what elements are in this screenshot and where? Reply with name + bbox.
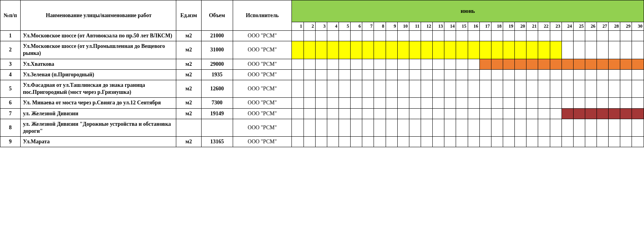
gantt-cell [562, 69, 573, 80]
gantt-cell [620, 108, 632, 119]
gantt-cell [315, 137, 327, 147]
gantt-cell [444, 80, 456, 97]
row-executor: ООО "РСМ" [233, 31, 292, 41]
gantt-cell [526, 98, 538, 108]
day-header-22: 22 [538, 22, 550, 31]
gantt-cell [538, 69, 550, 80]
gantt-cell [620, 41, 632, 59]
gantt-cell [292, 31, 304, 41]
gantt-cell [550, 119, 562, 136]
gantt-cell [526, 80, 538, 97]
row-name: Ул.Марата [20, 137, 176, 147]
gantt-cell [585, 59, 597, 69]
gantt-cell [585, 41, 597, 59]
row-volume: 21000 [201, 31, 233, 41]
day-header-17: 17 [479, 22, 491, 31]
gantt-cell [386, 137, 397, 147]
gantt-cell [386, 31, 397, 41]
gantt-cell [479, 31, 491, 41]
gantt-cell [491, 59, 503, 69]
gantt-cell [421, 80, 432, 97]
day-header-18: 18 [491, 22, 503, 31]
gantt-cell [397, 119, 409, 136]
gantt-cell [632, 98, 644, 108]
day-header-21: 21 [526, 22, 538, 31]
gantt-cell [562, 119, 573, 136]
gantt-cell [573, 80, 585, 97]
gantt-cell [339, 59, 350, 69]
row-name: Ул.Московское шоссе (от Автовокзала по п… [20, 31, 176, 41]
gantt-cell [444, 59, 456, 69]
gantt-cell [538, 59, 550, 69]
row-name: Ул.Фасадная от ул.Ташлинская до знака гр… [20, 80, 176, 97]
gantt-cell [351, 137, 362, 147]
gantt-cell [515, 137, 526, 147]
gantt-cell [315, 41, 327, 59]
table-row: 1Ул.Московское шоссе (от Автовокзала по … [0, 31, 644, 41]
header-row-1: №п/п Наименование улицы/наименование раб… [0, 0, 644, 22]
gantt-cell [339, 98, 350, 108]
gantt-cell [609, 69, 620, 80]
gantt-cell [620, 31, 632, 41]
table-row: 4Ул.Зеленая (п.Пригородный)м21935ООО "РС… [0, 69, 644, 80]
gantt-cell [609, 98, 620, 108]
gantt-cell [468, 137, 479, 147]
gantt-cell [444, 137, 456, 147]
gantt-cell [550, 41, 562, 59]
gantt-cell [315, 119, 327, 136]
row-name: Ул.Зеленая (п.Пригородный) [20, 69, 176, 80]
gantt-cell [550, 69, 562, 80]
gantt-cell [491, 69, 503, 80]
gantt-cell [456, 98, 468, 108]
gantt-cell [386, 119, 397, 136]
gantt-cell [468, 98, 479, 108]
gantt-cell [468, 31, 479, 41]
gantt-cell [421, 41, 432, 59]
gantt-cell [456, 69, 468, 80]
gantt-cell [468, 119, 479, 136]
gantt-cell [362, 119, 374, 136]
gantt-cell [597, 108, 609, 119]
table-body: 1Ул.Московское шоссе (от Автовокзала по … [0, 31, 644, 147]
gantt-cell [503, 59, 514, 69]
gantt-cell [397, 59, 409, 69]
row-num: 5 [0, 80, 21, 97]
row-unit: м2 [176, 41, 201, 59]
gantt-cell [503, 119, 514, 136]
gantt-cell [620, 119, 632, 136]
day-header-26: 26 [585, 22, 597, 31]
gantt-cell [491, 137, 503, 147]
gantt-cell [444, 108, 456, 119]
gantt-cell [444, 31, 456, 41]
gantt-cell [397, 80, 409, 97]
gantt-cell [491, 119, 503, 136]
gantt-cell [515, 119, 526, 136]
gantt-cell [468, 59, 479, 69]
gantt-cell [421, 119, 432, 136]
row-name: ул. Железной Дивизии [20, 108, 176, 119]
gantt-cell [315, 59, 327, 69]
gantt-cell [386, 41, 397, 59]
gantt-cell [515, 59, 526, 69]
gantt-cell [526, 137, 538, 147]
gantt-cell [433, 31, 444, 41]
row-executor: ООО "РСМ" [233, 98, 292, 108]
gantt-cell [327, 41, 339, 59]
gantt-cell [632, 137, 644, 147]
row-num: 3 [0, 59, 21, 69]
gantt-cell [421, 137, 432, 147]
gantt-cell [397, 41, 409, 59]
gantt-cell [491, 31, 503, 41]
gantt-cell [374, 119, 386, 136]
gantt-cell [515, 41, 526, 59]
gantt-cell [351, 108, 362, 119]
gantt-cell [327, 98, 339, 108]
gantt-cell [597, 59, 609, 69]
gantt-cell [538, 41, 550, 59]
col-name-header: Наименование улицы/наименование работ [20, 0, 176, 31]
gantt-cell [609, 137, 620, 147]
gantt-cell [550, 59, 562, 69]
gantt-cell [609, 31, 620, 41]
gantt-cell [397, 69, 409, 80]
gantt-cell [538, 137, 550, 147]
